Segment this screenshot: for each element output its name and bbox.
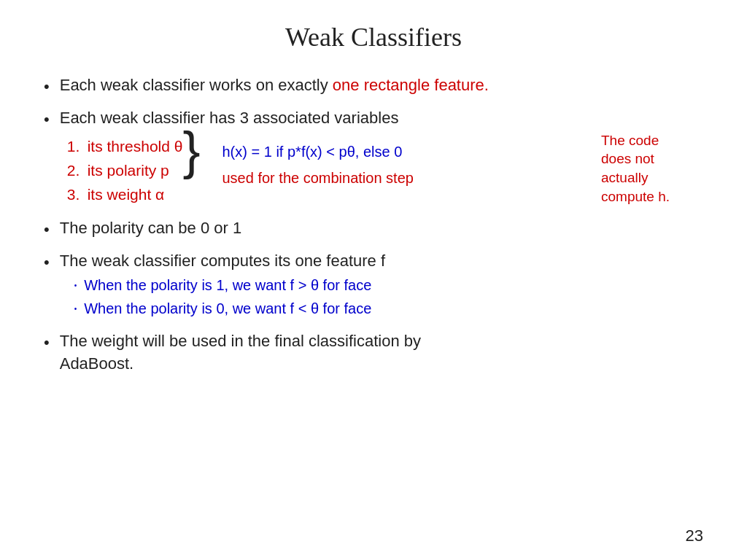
bullet-polarity: • The polarity can be 0 or 1 — [44, 217, 703, 241]
bullet1-black: Each weak classifier works on exactly — [60, 76, 333, 94]
side-note-line4: compute h. — [601, 189, 670, 204]
weight-text: The weight will be used in the final cla… — [60, 330, 703, 376]
sub-blue-text-2: When the polarity is 0, we want f < θ fo… — [84, 298, 371, 319]
formula-area: h(x) = 1 if p*f(x) < pθ, else 0 used for… — [222, 141, 414, 188]
bullet-dot-feature: • — [44, 252, 50, 274]
bullet1-red: one rectangle feature. — [333, 76, 489, 94]
sub-item-2-num: 2. — [67, 160, 88, 181]
bullet-feature: • The weak classifier computes its one f… — [44, 250, 703, 322]
sub-item-2: 2. its polarity p — [67, 160, 183, 181]
feature-text-content: The weak classifier computes its one fea… — [60, 252, 385, 270]
bullet-weight: • The weight will be used in the final c… — [44, 330, 703, 376]
page-number: 23 — [686, 526, 703, 545]
bracket-symbol: } — [182, 124, 200, 176]
sub-blue-bullet-1: • When the polarity is 1, we want f > θ … — [74, 275, 703, 295]
side-note-line1: The code — [601, 133, 659, 148]
sub-blue-bullets: • When the polarity is 1, we want f > θ … — [60, 275, 703, 319]
bullet-dot-weight: • — [44, 332, 50, 354]
side-note-line2: does not — [601, 151, 654, 166]
formula-text: h(x) = 1 if p*f(x) < pθ, else 0 — [222, 141, 414, 162]
annotation-area: 1. its threshold θ 2. its polarity p 3. … — [60, 131, 703, 209]
sub-item-3-text: its weight α — [88, 184, 165, 205]
sub-item-3-num: 3. — [67, 184, 88, 205]
bullet2-black: Each weak classifier has 3 associated va… — [60, 109, 399, 127]
feature-text: The weak classifier computes its one fea… — [60, 250, 703, 322]
sub-item-1-num: 1. — [67, 136, 88, 157]
sub-item-1-text: its threshold θ — [88, 136, 183, 157]
bullet-1: • Each weak classifier works on exactly … — [44, 74, 703, 98]
weight-text-1: The weight will be used in the final cla… — [60, 332, 421, 350]
used-for-text: used for the combination step — [222, 168, 414, 188]
sub-blue-dot-1: • — [74, 281, 77, 291]
polarity-text: The polarity can be 0 or 1 — [60, 217, 703, 240]
sub-blue-bullet-2: • When the polarity is 0, we want f < θ … — [74, 298, 703, 319]
sub-item-3: 3. its weight α — [67, 184, 183, 205]
bullet-text-1: Each weak classifier works on exactly on… — [60, 74, 703, 97]
side-note: The code does not actually compute h. — [601, 131, 718, 206]
bullet-2: • Each weak classifier has 3 associated … — [44, 107, 703, 209]
sub-item-2-text: its polarity p — [88, 160, 169, 181]
bullet-dot-1: • — [44, 76, 50, 98]
bullet-dot-polarity: • — [44, 219, 50, 241]
side-note-line3: actually — [601, 170, 648, 185]
slide-title: Weak Classifiers — [44, 22, 703, 52]
sub-list-with-bracket: 1. its threshold θ 2. its polarity p 3. … — [60, 131, 208, 209]
bullet-dot-2: • — [44, 109, 50, 131]
sub-list: 1. its threshold θ 2. its polarity p 3. … — [67, 136, 183, 209]
content-area: • Each weak classifier works on exactly … — [44, 74, 703, 376]
sub-item-1: 1. its threshold θ — [67, 136, 183, 157]
sub-blue-dot-2: • — [74, 304, 77, 314]
bullet-text-2: Each weak classifier has 3 associated va… — [60, 107, 703, 209]
slide: Weak Classifiers • Each weak classifier … — [0, 0, 747, 560]
sub-blue-text-1: When the polarity is 1, we want f > θ fo… — [84, 275, 371, 295]
weight-text-2: AdaBoost. — [60, 354, 134, 373]
